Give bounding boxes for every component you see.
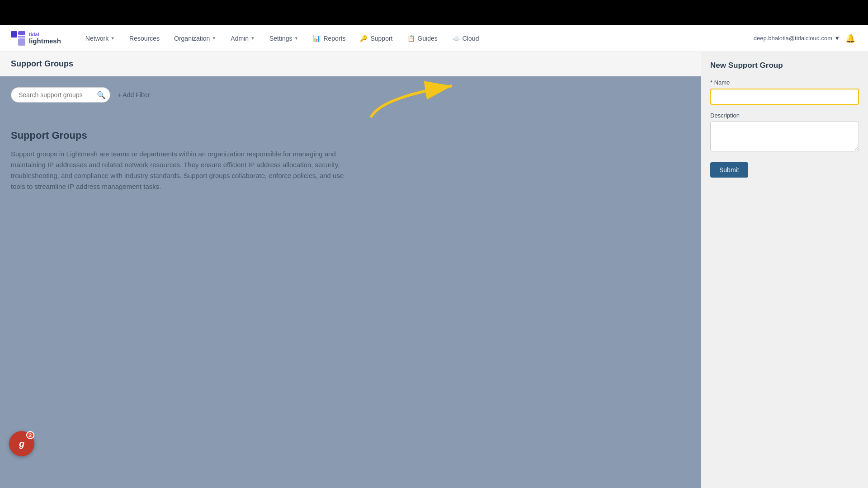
submit-button[interactable]: Submit [710,162,748,178]
nav-item-admin[interactable]: Admin ▼ [224,31,261,46]
name-label: * Name [710,79,859,86]
logo-icon [11,31,25,46]
logo-text: tidal lightmesh [29,32,61,45]
user-menu[interactable]: deep.bhalotia@tidalcloud.com ▼ [754,35,840,42]
svg-rect-2 [18,36,25,38]
top-bar [0,0,868,25]
search-wrapper: 🔍 [11,87,110,103]
svg-rect-1 [18,31,25,35]
description-form-group: Description [710,112,859,153]
svg-rect-3 [18,38,25,46]
right-panel: New Support Group * Name Description Sub… [701,52,868,488]
add-filter-button[interactable]: + Add Filter [118,91,150,99]
panel-title: New Support Group [710,61,859,70]
chevron-down-icon: ▼ [110,36,115,41]
guides-icon: 📋 [407,35,415,42]
nav-item-reports[interactable]: 📊 Reports [307,31,352,46]
nav-item-support[interactable]: 🔑 Support [354,31,399,46]
nav-item-cloud[interactable]: ☁️ Cloud [446,31,486,46]
chevron-down-icon: ▼ [294,36,299,41]
empty-state-heading: Support Groups [11,130,690,141]
svg-rect-0 [11,31,17,38]
nav-items: Network ▼ Resources Organization ▼ Admin… [79,31,754,46]
nav-item-guides[interactable]: 📋 Guides [401,31,444,46]
description-label: Description [710,112,859,119]
chevron-down-icon: ▼ [212,36,216,41]
notifications-bell[interactable]: 🔔 [844,32,857,45]
g2-badge-letter: g [19,439,24,449]
nav-right: deep.bhalotia@tidalcloud.com ▼ 🔔 [754,32,857,45]
g2-badge[interactable]: g 2 [9,431,34,456]
empty-state-description: Support groups in Lightmesh are teams or… [11,149,354,192]
support-icon: 🔑 [360,35,368,42]
name-form-group: * Name [710,79,859,105]
search-button[interactable]: 🔍 [97,91,106,99]
content-header: Support Groups [0,52,701,76]
nav-item-settings[interactable]: Settings ▼ [263,31,305,46]
reports-icon: 📊 [313,35,321,42]
content-area: Support Groups 🔍 + Add Filter Support Gr… [0,52,701,488]
navbar: tidal lightmesh Network ▼ Resources Orga… [0,25,868,52]
cloud-icon: ☁️ [452,35,460,42]
page-title: Support Groups [11,59,690,69]
nav-item-organization[interactable]: Organization ▼ [168,31,222,46]
empty-state: Support Groups Support groups in Lightme… [11,130,690,192]
main-layout: Support Groups 🔍 + Add Filter Support Gr… [0,52,868,488]
search-filter-row: 🔍 + Add Filter [11,87,690,103]
logo[interactable]: tidal lightmesh [11,31,61,46]
g2-badge-count: 2 [26,431,34,439]
name-input[interactable] [710,89,859,105]
chevron-down-icon: ▼ [834,35,840,42]
description-textarea[interactable] [710,122,859,151]
nav-item-resources[interactable]: Resources [123,31,166,46]
content-body: 🔍 + Add Filter Support Groups Support gr… [0,76,701,203]
search-input[interactable] [11,87,110,103]
nav-item-network[interactable]: Network ▼ [79,31,121,46]
chevron-down-icon: ▼ [250,36,255,41]
